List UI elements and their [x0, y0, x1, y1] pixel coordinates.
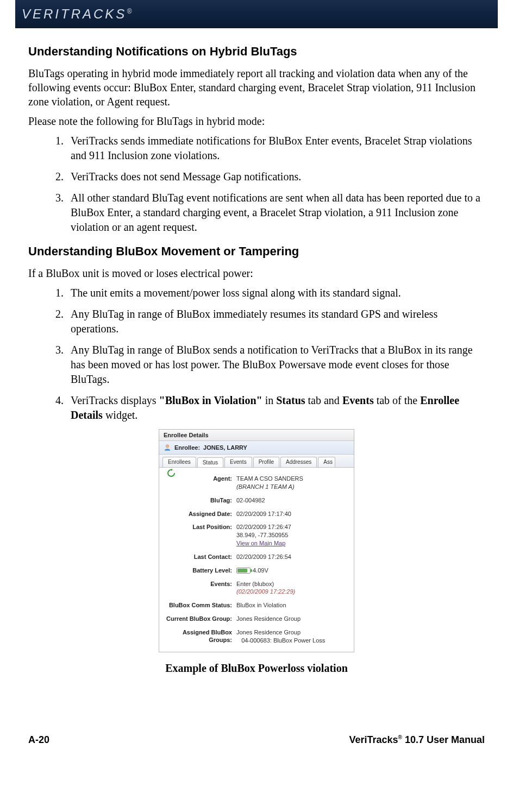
- footer-prefix: VeriTracks: [349, 734, 398, 745]
- field-last-contact: Last Contact: 02/20/2009 17:26:54: [159, 550, 354, 564]
- field-blutag: BluTag: 02-004982: [159, 494, 354, 507]
- section1-para2: Please note the following for BluTags in…: [28, 114, 485, 128]
- footer-suffix: 10.7 User Manual: [402, 734, 485, 745]
- value-assigned-date: 02/20/2009 17:17:40: [236, 510, 348, 518]
- enrollee-label: Enrollee:: [174, 444, 200, 451]
- label-last-contact: Last Contact:: [159, 553, 236, 561]
- s2i4-m1: in: [262, 394, 277, 406]
- value-agent: TEAM A CSO SANDERS (BRANCH 1 TEAM A): [236, 475, 348, 491]
- label-events: Events:: [159, 580, 236, 596]
- section1-item-1: VeriTracks sends immediate notifications…: [66, 134, 485, 163]
- header-banner: VERITRACKS®: [15, 0, 498, 28]
- field-battery: Battery Level: 4.09V: [159, 564, 354, 577]
- tabs-row: Enrollees Status Events Profile Addresse…: [159, 455, 354, 468]
- view-on-main-map-link[interactable]: View on Main Map: [236, 540, 285, 546]
- person-icon: [164, 444, 171, 451]
- lastpos-line1: 02/20/2009 17:26:47: [236, 524, 291, 530]
- s2i4-suffix: widget.: [103, 409, 137, 421]
- agroups-line2: 04-000683: BluBox Power Loss: [241, 637, 325, 644]
- value-current-group: Jones Residence Group: [236, 615, 348, 623]
- footer-reg: ®: [398, 734, 402, 740]
- field-current-group: Current BluBox Group: Jones Residence Gr…: [159, 612, 354, 626]
- value-battery: 4.09V: [236, 566, 348, 575]
- footer-manual-title: VeriTracks® 10.7 User Manual: [349, 734, 485, 746]
- value-blubox-comm: BluBox in Violation: [236, 601, 348, 609]
- events-line1: Enter (blubox): [236, 581, 274, 587]
- agent-line1: TEAM A CSO SANDERS: [236, 475, 303, 482]
- footer-page-number: A-20: [28, 734, 49, 746]
- section1-title: Understanding Notifications on Hybrid Bl…: [28, 45, 485, 59]
- label-battery: Battery Level:: [159, 566, 236, 575]
- section2-item-2: Any BluTag in range of BluBox immediatel…: [66, 307, 485, 336]
- label-assigned-groups: Assigned BluBox Groups:: [159, 628, 236, 645]
- fields: Agent: TEAM A CSO SANDERS (BRANCH 1 TEAM…: [159, 468, 354, 652]
- label-assigned-date: Assigned Date:: [159, 510, 236, 518]
- figure-wrap: Enrollee Details Enrollee: JONES, LARRY …: [28, 429, 485, 675]
- field-events: Events: Enter (blubox) (02/20/2009 17:22…: [159, 577, 354, 599]
- field-agent: Agent: TEAM A CSO SANDERS (BRANCH 1 TEAM…: [159, 472, 354, 494]
- s2i4-b1: "BluBox in Violation": [159, 394, 262, 406]
- enrollee-row: Enrollee: JONES, LARRY: [159, 441, 354, 455]
- logo-text: VERITRACKS: [22, 7, 127, 21]
- tab-status[interactable]: Status: [197, 457, 223, 468]
- field-assigned-groups: Assigned BluBox Groups: Jones Residence …: [159, 626, 354, 647]
- label-blubox-comm: BluBox Comm Status:: [159, 601, 236, 609]
- veritracks-logo: VERITRACKS®: [22, 7, 132, 22]
- value-events: Enter (blubox) (02/20/2009 17:22:29): [236, 580, 348, 596]
- section1-para1: BluTags operating in hybrid mode immedia…: [28, 66, 485, 109]
- s2i4-b2: Status: [276, 394, 305, 406]
- logo-registered: ®: [127, 8, 132, 15]
- battery-icon: [236, 568, 251, 574]
- s2i4-m2: tab and: [305, 394, 342, 406]
- tab-events[interactable]: Events: [224, 457, 252, 467]
- figure-caption: Example of BluBox Powerloss violation: [165, 662, 348, 675]
- s2i4-b3: Events: [342, 394, 374, 406]
- svg-point-0: [166, 445, 169, 448]
- section2-item-1: The unit emits a movement/power loss sig…: [66, 286, 485, 300]
- enrollee-name: JONES, LARRY: [203, 444, 247, 451]
- section2-title: Understanding BluBox Movement or Tamperi…: [28, 244, 485, 259]
- tab-addresses[interactable]: Addresses: [280, 457, 317, 467]
- section2-list: The unit emits a movement/power loss sig…: [28, 286, 485, 423]
- value-assigned-groups: Jones Residence Group 04-000683: BluBox …: [236, 628, 348, 645]
- widget-title: Enrollee Details: [159, 430, 354, 441]
- agroups-line1: Jones Residence Group: [236, 629, 301, 635]
- s2i4-prefix: VeriTracks displays: [71, 394, 159, 406]
- section2-item-3: Any BluTag in range of BluBox sends a no…: [66, 343, 485, 387]
- tab-profile[interactable]: Profile: [253, 457, 279, 467]
- tab-truncated[interactable]: Ass: [318, 457, 335, 467]
- value-last-position: 02/20/2009 17:26:47 38.949, -77.350955 V…: [236, 523, 348, 547]
- section1-list: VeriTracks sends immediate notifications…: [28, 134, 485, 235]
- fields-wrap: Agent: TEAM A CSO SANDERS (BRANCH 1 TEAM…: [159, 468, 354, 652]
- refresh-icon[interactable]: [167, 469, 176, 477]
- page: VERITRACKS® Understanding Notifications …: [0, 0, 513, 762]
- field-assigned-date: Assigned Date: 02/20/2009 17:17:40: [159, 507, 354, 521]
- enrollee-details-widget: Enrollee Details Enrollee: JONES, LARRY …: [159, 429, 354, 652]
- label-last-position: Last Position:: [159, 523, 236, 547]
- tab-enrollees[interactable]: Enrollees: [162, 457, 196, 467]
- section2-item-4: VeriTracks displays "BluBox in Violation…: [66, 393, 485, 423]
- label-blutag: BluTag:: [159, 496, 236, 505]
- agent-line2: (BRANCH 1 TEAM A): [236, 483, 295, 490]
- page-footer: A-20 VeriTracks® 10.7 User Manual: [0, 734, 513, 746]
- s2i4-m3: tab of the: [374, 394, 421, 406]
- section1-item-3: All other standard BluTag event notifica…: [66, 191, 485, 235]
- lastpos-line2: 38.949, -77.350955: [236, 532, 288, 538]
- value-blutag: 02-004982: [236, 496, 348, 505]
- section2-para1: If a BluBox unit is moved or loses elect…: [28, 266, 485, 280]
- section1-item-2: VeriTracks does not send Message Gap not…: [66, 169, 485, 184]
- events-line2: (02/20/2009 17:22:29): [236, 588, 295, 595]
- content-area: Understanding Notifications on Hybrid Bl…: [0, 45, 513, 675]
- field-blubox-comm: BluBox Comm Status: BluBox in Violation: [159, 599, 354, 612]
- label-current-group: Current BluBox Group:: [159, 615, 236, 623]
- field-last-position: Last Position: 02/20/2009 17:26:47 38.94…: [159, 520, 354, 550]
- value-last-contact: 02/20/2009 17:26:54: [236, 553, 348, 561]
- battery-text: 4.09V: [253, 567, 268, 574]
